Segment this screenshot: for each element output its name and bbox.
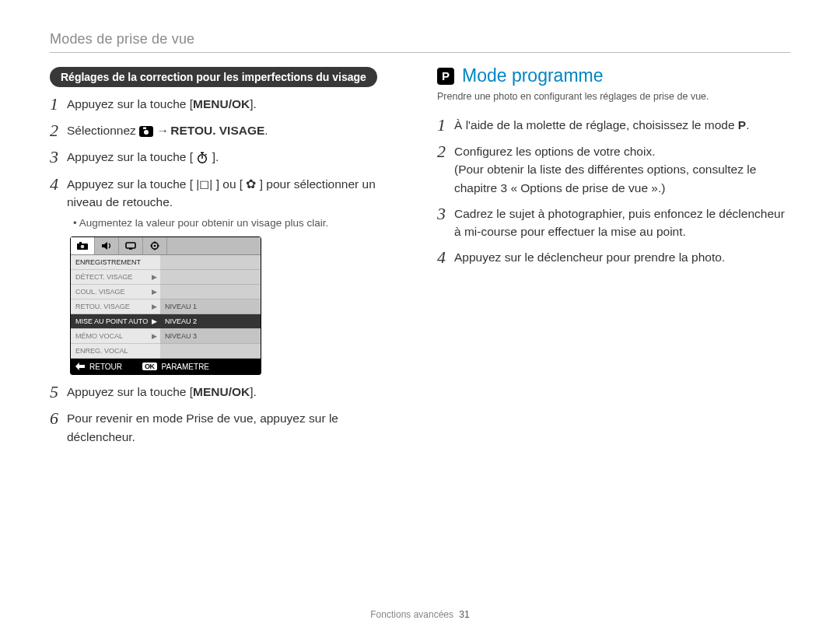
- step-4: 4 Appuyez sur le déclencheur pour prendr…: [437, 248, 790, 267]
- step-1: 1 Appuyez sur la touche [MENU/OK].: [50, 95, 403, 114]
- step-6: 6 Pour revenir en mode Prise de vue, app…: [50, 409, 403, 446]
- lcd-level-spacer: [160, 270, 261, 285]
- lcd-menu-label: ENREGISTREMENT: [75, 258, 141, 266]
- lcd-menu-item-selected: MISE AU POINT AUTO▶: [71, 314, 160, 329]
- lcd-tab-display-icon: [119, 237, 143, 254]
- chevron-right-icon: ▶: [152, 317, 157, 325]
- lcd-tab-sound-icon: [95, 237, 119, 254]
- menu-label: RETOU. VISAGE: [170, 124, 264, 137]
- lcd-back-label: RETOUR: [89, 363, 122, 371]
- step-2: 2 Configurez les options de votre choix.…: [437, 142, 790, 197]
- lcd-tabs: [71, 237, 261, 255]
- key-label: MENU/OK: [193, 385, 250, 398]
- step-text: ].: [250, 385, 257, 398]
- svg-point-17: [154, 245, 156, 247]
- step-text: .: [264, 124, 268, 137]
- lcd-tab-camera-icon: [71, 237, 95, 254]
- lcd-menu-label: RETOU. VISAGE: [75, 303, 130, 310]
- lcd-menu-label: COUL. VISAGE: [75, 288, 125, 296]
- svg-rect-14: [126, 243, 135, 248]
- step-number: 1: [50, 95, 67, 114]
- lcd-menu-list: ENREGISTREMENT DÉTECT. VISAGE▶ COUL. VIS…: [71, 255, 160, 359]
- step-number: 2: [50, 121, 67, 140]
- svg-line-9: [206, 154, 207, 155]
- lcd-menu-label: MISE AU POINT AUTO: [75, 317, 148, 325]
- back-arrow-icon: [75, 363, 85, 370]
- step-text: .: [746, 118, 749, 131]
- heading-subtitle: Prendre une photo en configurant les rég…: [437, 91, 790, 102]
- step-text: Appuyez sur la touche [: [67, 385, 193, 398]
- step-2: 2 Sélectionnez → RETOU. VISAGE.: [50, 121, 403, 140]
- chevron-right-icon: ▶: [152, 288, 157, 296]
- arrow-icon: →: [156, 124, 170, 137]
- svg-rect-3: [143, 128, 146, 130]
- lcd-menu-item: ENREG. VOCAL: [71, 344, 160, 359]
- chevron-right-icon: ▶: [152, 273, 157, 281]
- camera-icon: [139, 126, 153, 137]
- step-3: 3 Appuyez sur la touche [ ].: [50, 148, 403, 166]
- lcd-tab-settings-icon: [143, 237, 167, 254]
- lcd-ok-badge: OK: [142, 363, 157, 370]
- lcd-level-item: NIVEAU 1: [160, 299, 261, 314]
- page-number: 31: [459, 609, 469, 620]
- step-number: 2: [437, 142, 454, 161]
- left-column: Réglages de la correction pour les imper…: [50, 67, 403, 446]
- step-5: 5 Appuyez sur la touche [MENU/OK].: [50, 383, 403, 401]
- page-footer: Fonctions avancées 31: [0, 609, 840, 620]
- svg-rect-15: [129, 248, 132, 250]
- step-number: 4: [437, 248, 454, 267]
- lcd-level-item: NIVEAU 3: [160, 329, 261, 344]
- lcd-menu-item: DÉTECT. VISAGE▶: [71, 270, 160, 285]
- lcd-menu-label: DÉTECT. VISAGE: [75, 273, 133, 281]
- chevron-right-icon: ▶: [152, 332, 157, 340]
- mode-p-glyph: P: [738, 116, 746, 134]
- step-text: Appuyez sur le déclencheur pour prendre …: [454, 248, 725, 266]
- lcd-level-spacer: [160, 255, 261, 270]
- lcd-level-item-selected: NIVEAU 2: [160, 314, 261, 329]
- heading-text: Mode programme: [462, 65, 604, 86]
- lcd-menu-item: RETOU. VISAGE▶: [71, 299, 160, 314]
- section-heading: P Mode programme: [437, 65, 790, 86]
- step-number: 3: [437, 205, 454, 223]
- mode-p-icon: P: [437, 68, 454, 85]
- step-number: 1: [437, 116, 454, 135]
- note-bullet: Augmentez la valeur pour obtenir un visa…: [73, 217, 403, 229]
- step-3: 3 Cadrez le sujet à photographier, puis …: [437, 205, 790, 241]
- svg-point-2: [144, 130, 149, 135]
- right-column: P Mode programme Prendre une photo en co…: [437, 67, 790, 446]
- camera-lcd: ENREGISTREMENT DÉTECT. VISAGE▶ COUL. VIS…: [70, 236, 261, 375]
- step-number: 4: [50, 175, 67, 194]
- step-text: Pour revenir en mode Prise de vue, appuy…: [67, 409, 403, 446]
- lcd-footer: RETOUR OK PARAMETRE: [71, 359, 261, 374]
- lcd-level-spacer: [160, 344, 261, 359]
- lcd-menu-item: ENREGISTREMENT: [71, 255, 160, 270]
- lcd-menu-item: MÉMO VOCAL▶: [71, 329, 160, 344]
- step-text: Appuyez sur la touche [: [67, 97, 193, 110]
- svg-rect-12: [79, 242, 82, 243]
- chevron-right-icon: ▶: [152, 303, 157, 310]
- step-text: Configurez les options de votre choix. (…: [454, 142, 790, 197]
- step-text: Cadrez le sujet à photographier, puis en…: [454, 205, 790, 241]
- lcd-set-label: PARAMETRE: [162, 363, 210, 371]
- step-text: ].: [250, 97, 257, 110]
- lcd-level-list: NIVEAU 1 NIVEAU 2 NIVEAU 3: [160, 255, 261, 359]
- lcd-menu-label: ENREG. VOCAL: [75, 347, 128, 355]
- svg-point-11: [81, 245, 85, 249]
- lcd-level-spacer: [160, 285, 261, 299]
- step-1: 1 À l'aide de la molette de réglage, cho…: [437, 116, 790, 135]
- step-text: À l'aide de la molette de réglage, chois…: [454, 118, 738, 131]
- lcd-menu-label: MÉMO VOCAL: [75, 332, 123, 340]
- step-4: 4 Appuyez sur la touche [ |◻| ] ou [ ✿ ]…: [50, 175, 403, 212]
- subsection-pill: Réglages de la correction pour les imper…: [50, 67, 377, 87]
- step-number: 5: [50, 383, 67, 401]
- key-label: MENU/OK: [193, 97, 250, 110]
- step-text: Sélectionnez: [67, 124, 139, 137]
- footer-section: Fonctions avancées: [370, 609, 453, 620]
- page-section-header: Modes de prise de vue: [50, 31, 790, 53]
- step-text: Appuyez sur la touche [: [67, 150, 193, 163]
- timer-icon: [196, 152, 208, 164]
- step-number: 3: [50, 148, 67, 166]
- step-number: 6: [50, 409, 67, 428]
- step-text: Appuyez sur la touche [ |◻| ] ou [ ✿ ] p…: [67, 175, 403, 212]
- svg-marker-13: [102, 242, 107, 250]
